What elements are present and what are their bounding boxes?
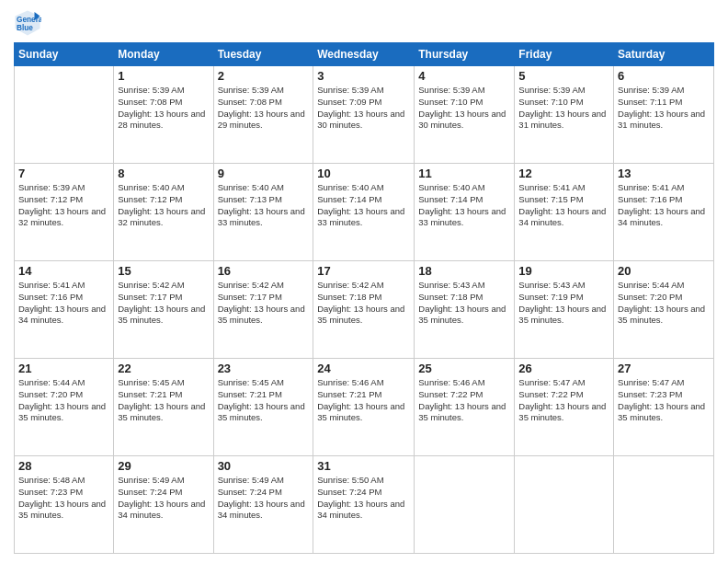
day-info: Sunrise: 5:42 AM Sunset: 7:18 PM Dayligh…: [317, 280, 410, 327]
day-number: 18: [418, 264, 510, 278]
calendar-cell: 10Sunrise: 5:40 AM Sunset: 7:14 PM Dayli…: [313, 164, 415, 261]
day-number: 30: [218, 459, 310, 473]
calendar-cell: 15Sunrise: 5:42 AM Sunset: 7:17 PM Dayli…: [114, 261, 213, 359]
day-info: Sunrise: 5:48 AM Sunset: 7:23 PM Dayligh…: [18, 475, 109, 522]
calendar-cell: 26Sunrise: 5:47 AM Sunset: 7:22 PM Dayli…: [515, 359, 614, 456]
day-number: 22: [118, 362, 209, 375]
day-info: Sunrise: 5:50 AM Sunset: 7:24 PM Dayligh…: [317, 475, 410, 522]
day-number: 10: [317, 167, 410, 180]
day-number: 19: [518, 264, 609, 278]
day-number: 2: [218, 69, 310, 83]
day-number: 12: [518, 167, 609, 180]
day-info: Sunrise: 5:39 AM Sunset: 7:09 PM Dayligh…: [317, 85, 410, 132]
calendar-table: SundayMondayTuesdayWednesdayThursdayFrid…: [14, 42, 714, 554]
calendar-cell: 9Sunrise: 5:40 AM Sunset: 7:13 PM Daylig…: [213, 164, 313, 261]
day-number: 15: [118, 264, 209, 278]
day-info: Sunrise: 5:49 AM Sunset: 7:24 PM Dayligh…: [118, 475, 209, 522]
calendar-week-row: 28Sunrise: 5:48 AM Sunset: 7:23 PM Dayli…: [15, 456, 714, 554]
day-info: Sunrise: 5:46 AM Sunset: 7:21 PM Dayligh…: [317, 377, 410, 424]
calendar-cell: 25Sunrise: 5:46 AM Sunset: 7:22 PM Dayli…: [415, 359, 515, 456]
calendar-cell: 1Sunrise: 5:39 AM Sunset: 7:08 PM Daylig…: [114, 66, 213, 164]
day-info: Sunrise: 5:39 AM Sunset: 7:08 PM Dayligh…: [118, 85, 209, 132]
calendar-cell: 23Sunrise: 5:45 AM Sunset: 7:21 PM Dayli…: [213, 359, 313, 456]
day-info: Sunrise: 5:41 AM Sunset: 7:16 PM Dayligh…: [618, 182, 710, 229]
day-info: Sunrise: 5:43 AM Sunset: 7:19 PM Dayligh…: [518, 280, 609, 327]
day-info: Sunrise: 5:41 AM Sunset: 7:16 PM Dayligh…: [18, 280, 109, 327]
weekday-header-row: SundayMondayTuesdayWednesdayThursdayFrid…: [15, 43, 714, 66]
day-info: Sunrise: 5:44 AM Sunset: 7:20 PM Dayligh…: [18, 377, 109, 424]
day-number: 14: [18, 264, 109, 278]
day-info: Sunrise: 5:42 AM Sunset: 7:17 PM Dayligh…: [118, 280, 209, 327]
day-number: 28: [18, 459, 109, 473]
calendar-cell: 31Sunrise: 5:50 AM Sunset: 7:24 PM Dayli…: [313, 456, 415, 554]
day-number: 29: [118, 459, 209, 473]
day-number: 21: [18, 362, 109, 375]
calendar-cell: 22Sunrise: 5:45 AM Sunset: 7:21 PM Dayli…: [114, 359, 213, 456]
day-number: 31: [317, 459, 410, 473]
weekday-header: Monday: [114, 43, 213, 66]
day-info: Sunrise: 5:39 AM Sunset: 7:11 PM Dayligh…: [618, 85, 710, 132]
day-number: 8: [118, 167, 209, 180]
day-number: 4: [418, 69, 510, 83]
day-info: Sunrise: 5:45 AM Sunset: 7:21 PM Dayligh…: [218, 377, 310, 424]
weekday-header: Friday: [515, 43, 614, 66]
header: General Blue: [14, 9, 714, 37]
calendar-cell: 4Sunrise: 5:39 AM Sunset: 7:10 PM Daylig…: [415, 66, 515, 164]
day-info: Sunrise: 5:42 AM Sunset: 7:17 PM Dayligh…: [218, 280, 310, 327]
calendar-cell: 24Sunrise: 5:46 AM Sunset: 7:21 PM Dayli…: [313, 359, 415, 456]
weekday-header: Sunday: [15, 43, 114, 66]
day-info: Sunrise: 5:40 AM Sunset: 7:12 PM Dayligh…: [118, 182, 209, 229]
calendar-cell: 5Sunrise: 5:39 AM Sunset: 7:10 PM Daylig…: [515, 66, 614, 164]
day-number: 11: [418, 167, 510, 180]
calendar-cell: 17Sunrise: 5:42 AM Sunset: 7:18 PM Dayli…: [313, 261, 415, 359]
svg-text:Blue: Blue: [17, 24, 33, 32]
day-info: Sunrise: 5:43 AM Sunset: 7:18 PM Dayligh…: [418, 280, 510, 327]
calendar-cell: 14Sunrise: 5:41 AM Sunset: 7:16 PM Dayli…: [15, 261, 114, 359]
calendar-cell: 13Sunrise: 5:41 AM Sunset: 7:16 PM Dayli…: [614, 164, 714, 261]
calendar-cell: 28Sunrise: 5:48 AM Sunset: 7:23 PM Dayli…: [15, 456, 114, 554]
calendar-cell: 11Sunrise: 5:40 AM Sunset: 7:14 PM Dayli…: [415, 164, 515, 261]
day-number: 20: [618, 264, 710, 278]
day-info: Sunrise: 5:39 AM Sunset: 7:10 PM Dayligh…: [418, 85, 510, 132]
day-number: 9: [218, 167, 310, 180]
calendar-cell: 27Sunrise: 5:47 AM Sunset: 7:23 PM Dayli…: [614, 359, 714, 456]
day-number: 23: [218, 362, 310, 375]
calendar-cell: [415, 456, 515, 554]
day-info: Sunrise: 5:39 AM Sunset: 7:10 PM Dayligh…: [518, 85, 609, 132]
weekday-header: Saturday: [614, 43, 714, 66]
calendar-cell: 29Sunrise: 5:49 AM Sunset: 7:24 PM Dayli…: [114, 456, 213, 554]
day-info: Sunrise: 5:44 AM Sunset: 7:20 PM Dayligh…: [618, 280, 710, 327]
day-info: Sunrise: 5:39 AM Sunset: 7:12 PM Dayligh…: [18, 182, 109, 229]
calendar-cell: [15, 66, 114, 164]
calendar-cell: 21Sunrise: 5:44 AM Sunset: 7:20 PM Dayli…: [15, 359, 114, 456]
day-info: Sunrise: 5:41 AM Sunset: 7:15 PM Dayligh…: [518, 182, 609, 229]
calendar-cell: 3Sunrise: 5:39 AM Sunset: 7:09 PM Daylig…: [313, 66, 415, 164]
calendar-week-row: 7Sunrise: 5:39 AM Sunset: 7:12 PM Daylig…: [15, 164, 714, 261]
weekday-header: Wednesday: [313, 43, 415, 66]
calendar-cell: 19Sunrise: 5:43 AM Sunset: 7:19 PM Dayli…: [515, 261, 614, 359]
weekday-header: Tuesday: [213, 43, 313, 66]
day-number: 17: [317, 264, 410, 278]
day-number: 3: [317, 69, 410, 83]
day-info: Sunrise: 5:40 AM Sunset: 7:13 PM Dayligh…: [218, 182, 310, 229]
day-info: Sunrise: 5:39 AM Sunset: 7:08 PM Dayligh…: [218, 85, 310, 132]
day-number: 13: [618, 167, 710, 180]
calendar-cell: 12Sunrise: 5:41 AM Sunset: 7:15 PM Dayli…: [515, 164, 614, 261]
calendar-cell: 7Sunrise: 5:39 AM Sunset: 7:12 PM Daylig…: [15, 164, 114, 261]
calendar-cell: 20Sunrise: 5:44 AM Sunset: 7:20 PM Dayli…: [614, 261, 714, 359]
calendar-cell: [614, 456, 714, 554]
weekday-header: Thursday: [415, 43, 515, 66]
calendar-cell: 6Sunrise: 5:39 AM Sunset: 7:11 PM Daylig…: [614, 66, 714, 164]
day-number: 7: [18, 167, 109, 180]
day-info: Sunrise: 5:40 AM Sunset: 7:14 PM Dayligh…: [418, 182, 510, 229]
day-info: Sunrise: 5:49 AM Sunset: 7:24 PM Dayligh…: [218, 475, 310, 522]
logo: General Blue: [14, 9, 45, 37]
day-number: 25: [418, 362, 510, 375]
day-info: Sunrise: 5:47 AM Sunset: 7:22 PM Dayligh…: [518, 377, 609, 424]
day-number: 26: [518, 362, 609, 375]
calendar-week-row: 1Sunrise: 5:39 AM Sunset: 7:08 PM Daylig…: [15, 66, 714, 164]
day-info: Sunrise: 5:46 AM Sunset: 7:22 PM Dayligh…: [418, 377, 510, 424]
day-number: 6: [618, 69, 710, 83]
day-number: 16: [218, 264, 310, 278]
calendar-cell: 18Sunrise: 5:43 AM Sunset: 7:18 PM Dayli…: [415, 261, 515, 359]
